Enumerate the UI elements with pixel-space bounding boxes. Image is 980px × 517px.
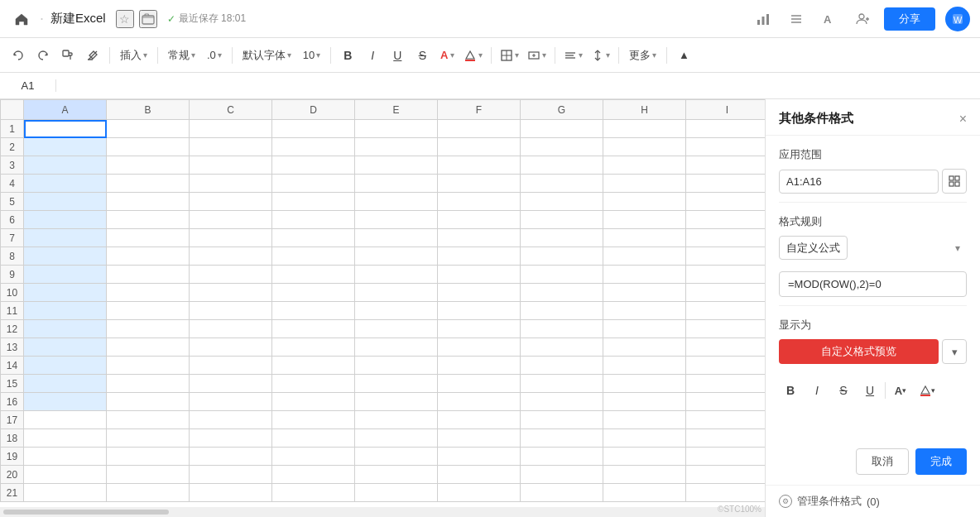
- format-italic-button[interactable]: I: [805, 379, 829, 402]
- cell-I19[interactable]: [686, 448, 766, 466]
- cell-D2[interactable]: [272, 138, 355, 156]
- cell-B10[interactable]: [107, 284, 190, 302]
- cell-I14[interactable]: [686, 357, 766, 375]
- cell-I16[interactable]: [686, 393, 766, 411]
- font-color-dropdown[interactable]: A ▾: [435, 44, 459, 67]
- col-header-H[interactable]: H: [603, 100, 686, 120]
- cell-H15[interactable]: [603, 375, 686, 393]
- cell-A13[interactable]: [24, 338, 107, 357]
- cell-B8[interactable]: [107, 247, 190, 266]
- insert-dropdown[interactable]: 插入 ▾: [115, 44, 152, 67]
- cell-D6[interactable]: [272, 211, 355, 229]
- cell-F11[interactable]: [438, 302, 521, 320]
- cell-D10[interactable]: [272, 284, 355, 302]
- cell-F21[interactable]: [438, 484, 521, 502]
- cell-A1[interactable]: [24, 120, 107, 138]
- cell-A16[interactable]: [24, 393, 107, 411]
- range-input[interactable]: [779, 170, 939, 194]
- cell-A8[interactable]: [24, 247, 107, 266]
- redo-button[interactable]: [31, 44, 55, 67]
- cell-C6[interactable]: [190, 211, 272, 229]
- cell-A14[interactable]: [24, 357, 107, 375]
- cell-I3[interactable]: [686, 156, 766, 175]
- cell-H1[interactable]: [603, 120, 686, 138]
- star-icon[interactable]: ☆: [116, 10, 134, 28]
- cell-B9[interactable]: [107, 266, 190, 284]
- cell-G1[interactable]: [521, 120, 603, 138]
- cell-I15[interactable]: [686, 375, 766, 393]
- cell-B13[interactable]: [107, 338, 190, 357]
- cell-D17[interactable]: [272, 411, 355, 429]
- cell-H18[interactable]: [603, 429, 686, 448]
- add-person-icon[interactable]: [851, 7, 874, 31]
- cell-C2[interactable]: [190, 138, 272, 156]
- cell-B2[interactable]: [107, 138, 190, 156]
- col-header-D[interactable]: D: [272, 100, 355, 120]
- cell-G13[interactable]: [521, 338, 603, 357]
- cell-F9[interactable]: [438, 266, 521, 284]
- cell-D4[interactable]: [272, 175, 355, 193]
- display-dropdown-button[interactable]: ▾: [942, 339, 967, 364]
- cell-D21[interactable]: [272, 484, 355, 502]
- cell-A15[interactable]: [24, 375, 107, 393]
- cell-D1[interactable]: [272, 120, 355, 138]
- manage-conditions-row[interactable]: ⚙ 管理条件格式 (0): [766, 485, 980, 517]
- cell-G12[interactable]: [521, 320, 603, 338]
- font-size-dropdown[interactable]: 10 ▾: [298, 44, 325, 67]
- cell-A21[interactable]: [24, 484, 107, 502]
- cell-E17[interactable]: [355, 411, 438, 429]
- cell-B21[interactable]: [107, 484, 190, 502]
- cell-B11[interactable]: [107, 302, 190, 320]
- cell-C7[interactable]: [190, 229, 272, 247]
- cell-A11[interactable]: [24, 302, 107, 320]
- cell-G2[interactable]: [521, 138, 603, 156]
- cell-C17[interactable]: [190, 411, 272, 429]
- cell-G3[interactable]: [521, 156, 603, 175]
- merge-dropdown[interactable]: ▾: [524, 44, 550, 67]
- cell-C21[interactable]: [190, 484, 272, 502]
- cell-H17[interactable]: [603, 411, 686, 429]
- cell-B19[interactable]: [107, 448, 190, 466]
- cell-E19[interactable]: [355, 448, 438, 466]
- cell-H10[interactable]: [603, 284, 686, 302]
- align-dropdown[interactable]: ▾: [560, 44, 586, 67]
- cell-H21[interactable]: [603, 484, 686, 502]
- cell-C11[interactable]: [190, 302, 272, 320]
- cell-C15[interactable]: [190, 375, 272, 393]
- cell-reference[interactable]: A1: [7, 79, 56, 92]
- cell-F18[interactable]: [438, 429, 521, 448]
- cell-E20[interactable]: [355, 466, 438, 484]
- cell-A4[interactable]: [24, 175, 107, 193]
- folder-icon[interactable]: [139, 10, 157, 28]
- panel-close-button[interactable]: ×: [959, 112, 967, 127]
- cell-F5[interactable]: [438, 193, 521, 211]
- cell-C8[interactable]: [190, 247, 272, 266]
- cell-H6[interactable]: [603, 211, 686, 229]
- cell-F16[interactable]: [438, 393, 521, 411]
- cell-F2[interactable]: [438, 138, 521, 156]
- menu-icon[interactable]: [785, 7, 808, 31]
- cell-D13[interactable]: [272, 338, 355, 357]
- cell-C4[interactable]: [190, 175, 272, 193]
- cell-I9[interactable]: [686, 266, 766, 284]
- cell-D8[interactable]: [272, 247, 355, 266]
- cell-I13[interactable]: [686, 338, 766, 357]
- cell-G5[interactable]: [521, 193, 603, 211]
- cell-G4[interactable]: [521, 175, 603, 193]
- col-header-A[interactable]: A: [24, 100, 107, 120]
- cell-F13[interactable]: [438, 338, 521, 357]
- fill-color-dropdown[interactable]: ▾: [460, 44, 486, 67]
- horizontal-scrollbar[interactable]: [0, 507, 765, 517]
- cell-I5[interactable]: [686, 193, 766, 211]
- cell-A20[interactable]: [24, 466, 107, 484]
- rule-select[interactable]: 自定义公式 单元格值 文本包含 日期: [779, 236, 848, 260]
- clear-format-button[interactable]: [81, 44, 104, 67]
- format-painter-button[interactable]: [56, 44, 79, 67]
- preview-box[interactable]: 自定义格式预览: [779, 339, 939, 364]
- cell-G9[interactable]: [521, 266, 603, 284]
- cell-A7[interactable]: [24, 229, 107, 247]
- confirm-button[interactable]: 完成: [915, 448, 967, 475]
- cell-D19[interactable]: [272, 448, 355, 466]
- cell-E12[interactable]: [355, 320, 438, 338]
- cell-D7[interactable]: [272, 229, 355, 247]
